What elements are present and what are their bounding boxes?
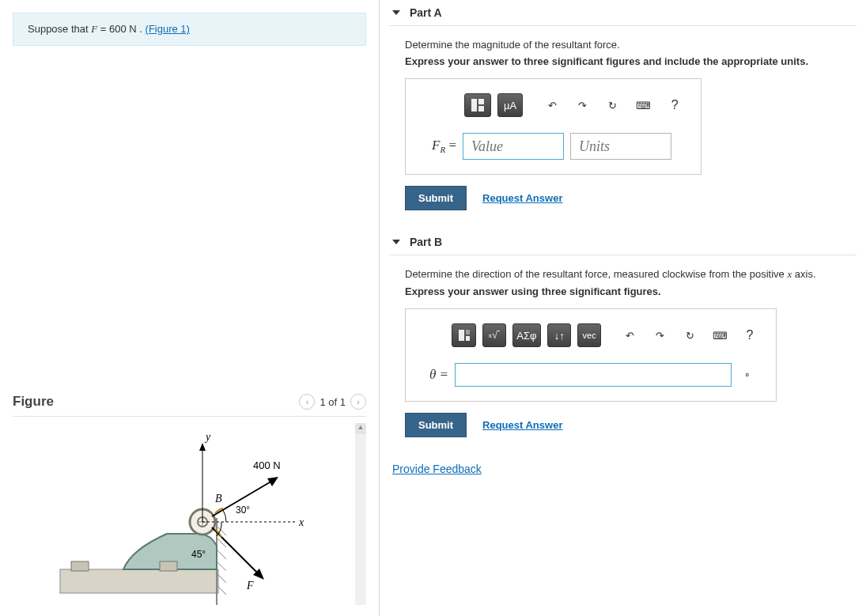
svg-rect-9 [160,561,177,571]
angle-30-label: 30° [236,505,250,516]
part-a-prompt: Determine the magnitude of the resultant… [405,39,841,51]
svg-rect-0 [60,569,218,593]
subsup-button[interactable]: ↓↑ [547,323,571,347]
value-input[interactable] [463,133,564,160]
help-button[interactable]: ? [738,323,762,347]
right-column: Part A Determine the magnitude of the re… [380,0,866,616]
reset-button[interactable]: ↻ [678,323,701,347]
degree-unit: ∘ [744,369,751,380]
pager-prev-button[interactable]: ‹ [299,394,315,410]
problem-statement: Suppose that F = 600 N . (Figure 1) [13,13,366,46]
svg-marker-15 [199,443,206,451]
part-b-toolbar: x√ ΑΣφ ↓↑ vec ↶ ↷ ↻ ⌨ ? [452,323,762,347]
svg-rect-24 [459,330,464,341]
suppose-text: Suppose that [28,23,91,35]
left-column: Suppose that F = 600 N . (Figure 1) Figu… [0,0,380,616]
svg-rect-21 [471,99,477,111]
figure-body: ▲ [13,423,366,605]
svg-rect-23 [478,106,484,111]
part-b-prompt: Determine the direction of the resultant… [405,268,841,281]
provide-feedback-link[interactable]: Provide Feedback [392,463,482,475]
part-b-header[interactable]: Part B [389,229,857,255]
part-a-submit-button[interactable]: Submit [405,186,467,210]
part-a-header[interactable]: Part A [389,0,857,26]
angle-45-label: 45° [191,549,206,560]
part-b-equation-row: θ = ∘ [420,363,762,387]
figure-title: Figure [13,394,54,410]
theta-label: θ = [420,367,448,383]
pager-text: 1 of 1 [320,396,346,408]
svg-rect-8 [71,561,89,571]
svg-rect-26 [466,336,470,341]
reset-button[interactable]: ↻ [600,93,624,117]
caret-down-icon [392,240,400,244]
figure-diagram: y x B 400 N 30° 45° F [13,423,305,605]
greek-button[interactable]: ΑΣφ [512,323,541,347]
figure-pager: ‹ 1 of 1 › [299,394,366,410]
part-b-submit-row: Submit Request Answer [405,413,841,437]
part-a-body: Determine the magnitude of the resultant… [389,39,857,229]
caret-down-icon [392,10,400,15]
fr-label: FR = [420,138,456,154]
vector-button[interactable]: vec [577,323,601,347]
figure-link[interactable]: (Figure 1) [146,23,190,35]
svg-marker-18 [267,477,278,486]
axis-y-label: y [204,431,211,443]
units-button[interactable]: µA [497,93,523,117]
part-a-hint: Express your answer to three significant… [405,55,841,67]
keyboard-button[interactable]: ⌨ [708,323,732,347]
part-b-input-panel: x√ ΑΣφ ↓↑ vec ↶ ↷ ↻ ⌨ ? θ = ∘ [405,308,777,402]
format-button[interactable] [452,323,476,347]
variable-F: F [91,23,97,35]
axis-x-label: x [298,516,304,528]
help-button[interactable]: ? [663,93,686,117]
vector-B-label: B [215,493,222,505]
theta-input[interactable] [455,363,732,387]
svg-rect-22 [478,99,484,104]
part-a-request-answer-link[interactable]: Request Answer [482,192,562,204]
part-b-body: Determine the direction of the resultant… [389,268,857,456]
sqrt-button[interactable]: x√ [482,323,506,347]
part-b-submit-button[interactable]: Submit [405,413,467,437]
undo-button[interactable]: ↶ [618,323,641,347]
equals-text: = 600 N . [100,23,146,35]
redo-button[interactable]: ↷ [648,323,671,347]
part-a-input-panel: µA ↶ ↷ ↻ ⌨ ? FR = [405,78,701,175]
part-b-title: Part B [410,236,442,248]
vector-F-label: F [246,580,254,591]
part-b-request-answer-link[interactable]: Request Answer [482,419,562,431]
force-400-label: 400 N [253,459,281,471]
scrollbar-up-button[interactable]: ▲ [355,423,366,434]
pager-next-button[interactable]: › [350,394,366,410]
figure-header: Figure ‹ 1 of 1 › [13,394,366,417]
part-a-title: Part A [410,6,442,19]
svg-line-4 [217,550,226,559]
part-a-equation-row: FR = [420,133,686,160]
redo-button[interactable]: ↷ [570,93,594,117]
undo-button[interactable]: ↶ [540,93,564,117]
diagram-svg: y x B 400 N 30° 45° F [13,423,305,605]
part-a-toolbar: µA ↶ ↷ ↻ ⌨ ? [464,93,686,117]
part-a-submit-row: Submit Request Answer [405,186,841,210]
keyboard-button[interactable]: ⌨ [630,93,656,117]
templates-button[interactable] [464,93,491,117]
units-input[interactable] [570,133,671,160]
svg-rect-25 [466,330,470,334]
part-b-hint: Express your answer using three signific… [405,285,841,297]
